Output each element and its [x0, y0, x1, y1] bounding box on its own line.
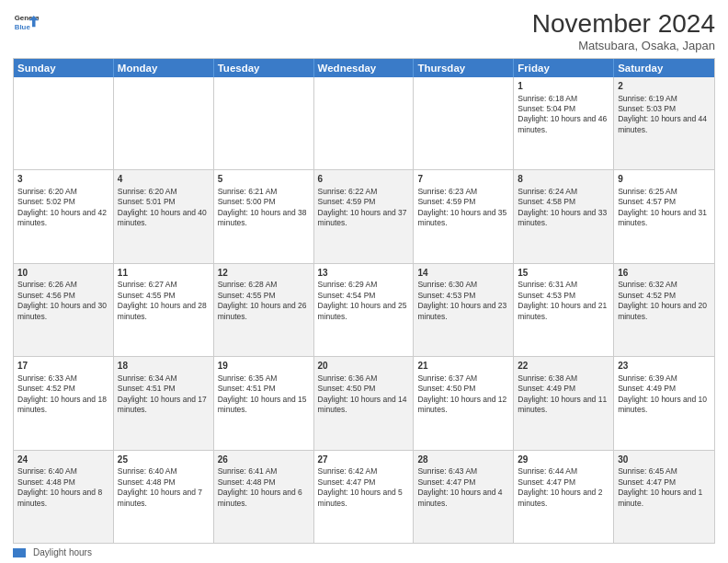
day-info: Sunrise: 6:45 AM Sunset: 4:47 PM Dayligh… — [618, 466, 702, 507]
day-number: 16 — [618, 267, 711, 280]
day-number: 17 — [17, 360, 109, 373]
weekday-header: Saturday — [614, 59, 714, 77]
calendar-row: 10Sunrise: 6:26 AM Sunset: 4:56 PM Dayli… — [14, 263, 714, 356]
calendar-body: 1Sunrise: 6:18 AM Sunset: 5:04 PM Daylig… — [14, 77, 714, 543]
day-info: Sunrise: 6:43 AM Sunset: 4:47 PM Dayligh… — [417, 466, 502, 507]
day-info: Sunrise: 6:19 AM Sunset: 5:03 PM Dayligh… — [618, 94, 707, 134]
calendar-cell: 1Sunrise: 6:18 AM Sunset: 5:04 PM Daylig… — [514, 77, 614, 169]
day-number: 21 — [417, 360, 509, 373]
calendar-cell: 8Sunrise: 6:24 AM Sunset: 4:58 PM Daylig… — [514, 170, 614, 262]
day-number: 26 — [218, 454, 310, 466]
day-number: 29 — [518, 454, 609, 466]
calendar-cell: 24Sunrise: 6:40 AM Sunset: 4:48 PM Dayli… — [14, 451, 114, 543]
day-info: Sunrise: 6:40 AM Sunset: 4:48 PM Dayligh… — [118, 466, 202, 507]
day-number: 18 — [118, 360, 210, 373]
day-number: 30 — [618, 454, 711, 466]
calendar-cell: 7Sunrise: 6:23 AM Sunset: 4:59 PM Daylig… — [414, 170, 514, 262]
calendar-cell: 13Sunrise: 6:29 AM Sunset: 4:54 PM Dayli… — [314, 264, 415, 356]
calendar-cell: 6Sunrise: 6:22 AM Sunset: 4:59 PM Daylig… — [314, 170, 415, 262]
calendar-cell — [114, 77, 214, 169]
day-info: Sunrise: 6:32 AM Sunset: 4:52 PM Dayligh… — [618, 280, 707, 320]
calendar-cell: 12Sunrise: 6:28 AM Sunset: 4:55 PM Dayli… — [214, 264, 314, 356]
page: General Blue November 2024 Matsubara, Os… — [0, 0, 728, 563]
weekday-header: Wednesday — [314, 59, 415, 77]
calendar-cell: 30Sunrise: 6:45 AM Sunset: 4:47 PM Dayli… — [614, 451, 714, 543]
weekday-header: Tuesday — [214, 59, 314, 77]
day-number: 19 — [218, 360, 310, 373]
day-number: 1 — [518, 80, 609, 93]
calendar-cell: 20Sunrise: 6:36 AM Sunset: 4:50 PM Dayli… — [314, 357, 415, 449]
day-info: Sunrise: 6:37 AM Sunset: 4:50 PM Dayligh… — [417, 373, 506, 414]
day-number: 23 — [618, 360, 711, 373]
calendar-cell: 22Sunrise: 6:38 AM Sunset: 4:49 PM Dayli… — [514, 357, 614, 449]
day-info: Sunrise: 6:40 AM Sunset: 4:48 PM Dayligh… — [17, 466, 102, 507]
logo: General Blue — [13, 9, 39, 35]
calendar-cell: 11Sunrise: 6:27 AM Sunset: 4:55 PM Dayli… — [114, 264, 214, 356]
day-info: Sunrise: 6:21 AM Sunset: 5:00 PM Dayligh… — [218, 187, 307, 227]
day-info: Sunrise: 6:24 AM Sunset: 4:58 PM Dayligh… — [518, 187, 607, 227]
day-info: Sunrise: 6:35 AM Sunset: 4:51 PM Dayligh… — [218, 373, 307, 414]
day-info: Sunrise: 6:27 AM Sunset: 4:55 PM Dayligh… — [118, 280, 207, 320]
day-number: 20 — [318, 360, 410, 373]
calendar-cell — [414, 77, 514, 169]
title-block: November 2024 Matsubara, Osaka, Japan — [532, 9, 715, 52]
day-info: Sunrise: 6:20 AM Sunset: 5:01 PM Dayligh… — [118, 187, 207, 227]
day-info: Sunrise: 6:42 AM Sunset: 4:47 PM Dayligh… — [318, 466, 403, 507]
calendar-cell: 21Sunrise: 6:37 AM Sunset: 4:50 PM Dayli… — [414, 357, 514, 449]
day-number: 14 — [417, 267, 509, 280]
calendar-cell: 19Sunrise: 6:35 AM Sunset: 4:51 PM Dayli… — [214, 357, 314, 449]
calendar-cell — [214, 77, 314, 169]
day-info: Sunrise: 6:36 AM Sunset: 4:50 PM Dayligh… — [318, 373, 407, 414]
calendar-cell: 28Sunrise: 6:43 AM Sunset: 4:47 PM Dayli… — [414, 451, 514, 543]
calendar-cell: 4Sunrise: 6:20 AM Sunset: 5:01 PM Daylig… — [114, 170, 214, 262]
day-number: 27 — [318, 454, 410, 466]
weekday-header: Monday — [114, 59, 214, 77]
day-number: 2 — [618, 80, 711, 93]
day-number: 6 — [318, 173, 410, 186]
calendar-row: 17Sunrise: 6:33 AM Sunset: 4:52 PM Dayli… — [14, 356, 714, 449]
calendar-row: 3Sunrise: 6:20 AM Sunset: 5:02 PM Daylig… — [14, 169, 714, 262]
calendar-row: 1Sunrise: 6:18 AM Sunset: 5:04 PM Daylig… — [14, 77, 714, 169]
location: Matsubara, Osaka, Japan — [532, 39, 715, 52]
day-info: Sunrise: 6:18 AM Sunset: 5:04 PM Dayligh… — [518, 94, 607, 134]
day-info: Sunrise: 6:25 AM Sunset: 4:57 PM Dayligh… — [618, 187, 707, 227]
calendar-cell: 14Sunrise: 6:30 AM Sunset: 4:53 PM Dayli… — [414, 264, 514, 356]
day-info: Sunrise: 6:34 AM Sunset: 4:51 PM Dayligh… — [118, 373, 207, 414]
footer: Daylight hours — [13, 544, 715, 557]
calendar-cell: 9Sunrise: 6:25 AM Sunset: 4:57 PM Daylig… — [614, 170, 714, 262]
day-info: Sunrise: 6:33 AM Sunset: 4:52 PM Dayligh… — [17, 373, 107, 414]
day-info: Sunrise: 6:30 AM Sunset: 4:53 PM Dayligh… — [417, 280, 506, 320]
calendar-cell: 23Sunrise: 6:39 AM Sunset: 4:49 PM Dayli… — [614, 357, 714, 449]
day-number: 25 — [118, 454, 210, 466]
calendar-cell: 16Sunrise: 6:32 AM Sunset: 4:52 PM Dayli… — [614, 264, 714, 356]
day-info: Sunrise: 6:31 AM Sunset: 4:53 PM Dayligh… — [518, 280, 607, 320]
calendar-cell: 2Sunrise: 6:19 AM Sunset: 5:03 PM Daylig… — [614, 77, 714, 169]
calendar-cell: 15Sunrise: 6:31 AM Sunset: 4:53 PM Dayli… — [514, 264, 614, 356]
calendar-cell: 26Sunrise: 6:41 AM Sunset: 4:48 PM Dayli… — [214, 451, 314, 543]
day-info: Sunrise: 6:28 AM Sunset: 4:55 PM Dayligh… — [218, 280, 307, 320]
day-number: 7 — [417, 173, 509, 186]
day-info: Sunrise: 6:20 AM Sunset: 5:02 PM Dayligh… — [17, 187, 107, 227]
logo-icon: General Blue — [13, 9, 39, 35]
day-number: 11 — [118, 267, 210, 280]
day-number: 9 — [618, 173, 711, 186]
weekday-header: Sunday — [14, 59, 114, 77]
day-number: 3 — [17, 173, 109, 186]
day-info: Sunrise: 6:26 AM Sunset: 4:56 PM Dayligh… — [17, 280, 107, 320]
calendar-cell — [14, 77, 114, 169]
calendar: SundayMondayTuesdayWednesdayThursdayFrid… — [13, 58, 715, 544]
month-title: November 2024 — [532, 9, 715, 39]
calendar-cell: 10Sunrise: 6:26 AM Sunset: 4:56 PM Dayli… — [14, 264, 114, 356]
calendar-row: 24Sunrise: 6:40 AM Sunset: 4:48 PM Dayli… — [14, 450, 714, 543]
legend-label: Daylight hours — [33, 547, 92, 557]
day-number: 28 — [417, 454, 509, 466]
header: General Blue November 2024 Matsubara, Os… — [13, 9, 715, 52]
calendar-cell: 29Sunrise: 6:44 AM Sunset: 4:47 PM Dayli… — [514, 451, 614, 543]
calendar-cell: 5Sunrise: 6:21 AM Sunset: 5:00 PM Daylig… — [214, 170, 314, 262]
weekday-header: Friday — [514, 59, 614, 77]
svg-text:Blue: Blue — [15, 23, 31, 31]
weekday-header: Thursday — [414, 59, 514, 77]
day-number: 10 — [17, 267, 109, 280]
day-number: 12 — [218, 267, 310, 280]
day-number: 24 — [17, 454, 109, 466]
